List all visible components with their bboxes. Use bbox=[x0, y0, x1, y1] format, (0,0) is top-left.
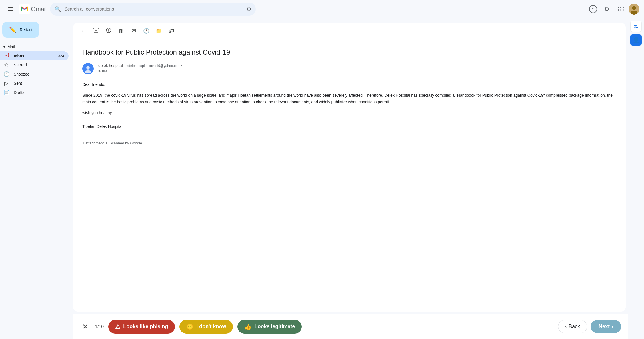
next-button[interactable]: Next › bbox=[591, 320, 621, 333]
svg-point-10 bbox=[86, 66, 90, 70]
legitimate-button[interactable]: 👍 Looks legitimate bbox=[237, 320, 302, 334]
sent-label: Sent bbox=[14, 81, 64, 86]
gmail-logo-text: Gmail bbox=[31, 5, 47, 13]
compose-label: Redact bbox=[20, 27, 32, 32]
help-icon: ? bbox=[589, 5, 597, 13]
sender-avatar bbox=[82, 63, 94, 74]
navigation-buttons: ‹ Back Next › bbox=[558, 320, 621, 333]
email-body-text: Since 2019, the covid-19 virus has sprea… bbox=[82, 92, 617, 105]
chevron-left-icon: ‹ bbox=[565, 324, 567, 330]
sender-line: delek hospital <delekhospitalcovid19@yah… bbox=[98, 63, 617, 68]
topbar-right: ? ⚙ bbox=[587, 3, 639, 15]
search-input[interactable] bbox=[64, 7, 243, 12]
snoozed-icon: 🕐 bbox=[3, 71, 9, 77]
archive-button[interactable] bbox=[90, 25, 102, 37]
email-signoff: wish you healthy bbox=[82, 110, 617, 116]
main-layout: ✏️ Redact ▾ Mail Inbox 323 ☆ Starred 🕐 bbox=[0, 18, 644, 339]
spam-button[interactable] bbox=[103, 25, 114, 37]
spam-icon bbox=[106, 27, 111, 35]
unknown-button[interactable]: 😐 I don't know bbox=[179, 320, 233, 334]
more-options-icon: ⋮ bbox=[181, 28, 187, 34]
help-button[interactable]: ? bbox=[587, 3, 599, 15]
mail-section-label: Mail bbox=[7, 45, 15, 49]
inbox-badge: 323 bbox=[58, 54, 64, 58]
people-button[interactable]: 👤 bbox=[630, 34, 642, 46]
sidebar-item-snoozed[interactable]: 🕐 Snoozed bbox=[0, 70, 69, 79]
back-to-inbox-button[interactable]: ← bbox=[78, 25, 89, 37]
starred-label: Starred bbox=[14, 63, 64, 67]
delete-icon: 🗑 bbox=[119, 28, 124, 34]
scanned-by-google: Scanned by Google bbox=[109, 141, 142, 145]
calendar-icon: 31 bbox=[634, 24, 638, 29]
label-button[interactable]: 🏷 bbox=[166, 25, 177, 37]
email-view: ← bbox=[73, 23, 626, 312]
inbox-label: Inbox bbox=[14, 54, 54, 58]
snoozed-label: Snoozed bbox=[14, 72, 64, 76]
sent-icon: ▷ bbox=[3, 80, 9, 86]
sender-email-address: <delekhospitalcovid19@yahoo.com> bbox=[126, 64, 182, 68]
svg-point-11 bbox=[85, 70, 91, 73]
email-signature: Tibetan Delek Hospital bbox=[82, 123, 617, 130]
thumbsup-icon: 👍 bbox=[244, 323, 251, 330]
warning-icon: ⚠ bbox=[115, 323, 120, 330]
attachment-separator bbox=[106, 142, 107, 144]
email-body: Dear friends, Since 2019, the covid-19 v… bbox=[82, 81, 617, 130]
phishing-label: Looks like phising bbox=[123, 324, 168, 330]
email-content: Handbook for Public Protection against C… bbox=[73, 39, 626, 312]
sidebar-item-starred[interactable]: ☆ Starred bbox=[0, 60, 69, 70]
calendar-button[interactable]: 31 bbox=[630, 21, 642, 32]
snooze-button[interactable]: 🕐 bbox=[141, 25, 152, 37]
right-panel: 31 👤 bbox=[628, 18, 644, 339]
sidebar-item-inbox[interactable]: Inbox 323 bbox=[0, 51, 69, 60]
sidebar-item-sent[interactable]: ▷ Sent bbox=[0, 79, 69, 88]
mail-chevron-icon: ▾ bbox=[3, 45, 5, 49]
search-options-icon[interactable]: ⚙ bbox=[247, 6, 251, 12]
mark-unread-icon: ✉ bbox=[132, 28, 136, 34]
mail-section[interactable]: ▾ Mail bbox=[0, 42, 73, 51]
apps-button[interactable] bbox=[615, 3, 626, 15]
close-button[interactable]: ✕ bbox=[80, 322, 90, 332]
progress-counter: 1/10 bbox=[95, 324, 104, 329]
sender-name: delek hospital bbox=[98, 63, 123, 68]
people-icon: 👤 bbox=[633, 37, 640, 43]
sidebar-item-drafts[interactable]: 📄 Drafts bbox=[0, 88, 69, 97]
snooze-icon: 🕐 bbox=[143, 28, 149, 34]
legitimate-label: Looks legitimate bbox=[254, 324, 295, 330]
email-header: delek hospital <delekhospitalcovid19@yah… bbox=[82, 63, 617, 74]
delete-button[interactable]: 🗑 bbox=[115, 25, 127, 37]
star-icon: ☆ bbox=[3, 62, 9, 68]
email-greeting: Dear friends, bbox=[82, 81, 617, 88]
archive-icon bbox=[93, 27, 99, 35]
sidebar: ✏️ Redact ▾ Mail Inbox 323 ☆ Starred 🕐 bbox=[0, 18, 73, 339]
move-icon: 📁 bbox=[156, 28, 162, 34]
search-icon: 🔍 bbox=[55, 6, 61, 12]
back-label: Back bbox=[569, 324, 580, 330]
topbar: Gmail 🔍 ⚙ ? ⚙ bbox=[0, 0, 644, 18]
phishing-button[interactable]: ⚠ Looks like phising bbox=[108, 320, 175, 334]
gmail-logo[interactable]: Gmail bbox=[19, 4, 47, 14]
to-line: to me bbox=[98, 69, 617, 73]
gmail-logo-icon bbox=[19, 4, 30, 14]
more-options-button[interactable]: ⋮ bbox=[178, 25, 190, 37]
close-icon: ✕ bbox=[82, 323, 88, 331]
back-button[interactable]: ‹ Back bbox=[558, 320, 587, 333]
email-title: Handbook for Public Protection against C… bbox=[82, 48, 617, 56]
search-bar: 🔍 ⚙ bbox=[50, 3, 256, 16]
mark-unread-button[interactable]: ✉ bbox=[128, 25, 139, 37]
avatar[interactable] bbox=[629, 4, 639, 15]
svg-point-4 bbox=[632, 6, 636, 10]
avatar-image bbox=[629, 4, 639, 15]
drafts-label: Drafts bbox=[14, 90, 64, 95]
move-button[interactable]: 📁 bbox=[153, 25, 165, 37]
inbox-icon bbox=[3, 53, 9, 60]
settings-icon: ⚙ bbox=[604, 6, 609, 13]
hamburger-icon[interactable] bbox=[5, 3, 16, 15]
settings-button[interactable]: ⚙ bbox=[601, 3, 613, 15]
unknown-label: I don't know bbox=[196, 324, 226, 330]
compose-button[interactable]: ✏️ Redact bbox=[2, 22, 39, 38]
bottom-bar: ✕ 1/10 ⚠ Looks like phising 😐 I don't kn… bbox=[73, 314, 628, 339]
attachment-count: 1 attachment bbox=[82, 141, 104, 145]
next-label: Next bbox=[599, 324, 610, 330]
attachment-info: 1 attachment Scanned by Google bbox=[82, 136, 617, 145]
apps-icon bbox=[618, 7, 623, 11]
